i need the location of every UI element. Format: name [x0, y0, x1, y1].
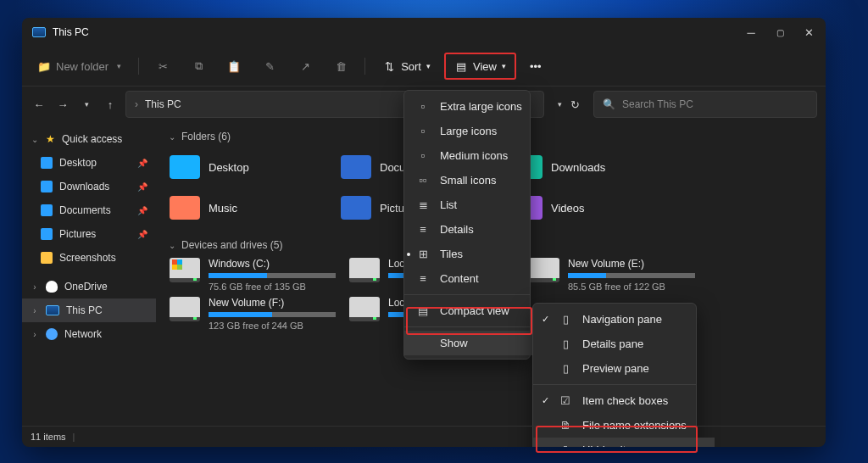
chevron-down-icon: ⌄: [168, 132, 176, 142]
menu-item-label: Tiles: [440, 248, 463, 260]
view-mode-icon: ▫▫: [416, 174, 430, 187]
rename-icon[interactable]: ✎: [254, 54, 285, 78]
menu-item[interactable]: ✓☑Item check boxes: [533, 388, 715, 413]
folder-label: Desktop: [209, 161, 249, 174]
more-button[interactable]: •••: [521, 55, 550, 78]
menu-item[interactable]: ▫Large icons: [404, 119, 547, 143]
drive-free-text: 123 GB free of 244 GB: [209, 321, 336, 331]
menu-item-label: List: [440, 198, 457, 211]
drive-label: Windows (C:): [209, 258, 336, 270]
sidebar-item-label: Pictures: [59, 228, 96, 240]
chevron-down-icon: ▾: [117, 62, 121, 70]
section-label: Folders (6): [181, 131, 231, 142]
menu-item[interactable]: ▯Details pane: [533, 332, 715, 356]
menu-item[interactable]: ▫Medium icons: [404, 143, 547, 168]
submenu-icon: ▯: [559, 337, 572, 350]
forward-button[interactable]: →: [54, 98, 71, 111]
search-placeholder: Search This PC: [622, 98, 693, 110]
section-label: Devices and drives (5): [181, 239, 282, 251]
chevron-right-icon: ›: [31, 330, 39, 339]
drive-icon: [349, 258, 380, 282]
titlebar: This PC ─ ▢ ✕: [22, 18, 826, 47]
divider: [364, 58, 365, 75]
view-icon: ▤: [454, 59, 468, 73]
sidebar-item-desktop[interactable]: Desktop📌: [22, 151, 156, 175]
divider: [138, 58, 139, 75]
search-box[interactable]: 🔍 Search This PC: [593, 91, 817, 118]
view-mode-icon: ≣: [416, 198, 430, 211]
sidebar-item-documents[interactable]: Documents📌: [22, 198, 156, 222]
address-text: This PC: [145, 98, 181, 110]
view-mode-icon: ▫: [416, 100, 430, 113]
view-mode-icon: ▫: [416, 125, 430, 137]
pin-icon: 📌: [137, 206, 147, 215]
folder-icon: [170, 196, 200, 220]
up-button[interactable]: ↑: [102, 98, 119, 111]
sidebar-item-pictures[interactable]: Pictures📌: [22, 222, 156, 246]
star-icon: ★: [46, 133, 55, 145]
view-mode-icon: ▫: [416, 149, 430, 162]
minimize-button[interactable]: ─: [744, 25, 758, 39]
menu-item-label: Compact view: [440, 304, 509, 317]
sidebar-item-onedrive[interactable]: › OneDrive: [22, 275, 156, 298]
share-icon[interactable]: ↗: [290, 54, 320, 78]
drive-free-text: 85.5 GB free of 122 GB: [568, 282, 695, 292]
sidebar-item-this-pc[interactable]: › This PC: [22, 298, 156, 322]
navigation-pane: ⌄ ★ Quick access Desktop📌 Downloads📌 Doc…: [22, 122, 156, 427]
maximize-button[interactable]: ▢: [773, 25, 787, 39]
divider: |: [73, 432, 75, 442]
view-button[interactable]: ▤ View ▾: [444, 53, 516, 80]
recent-locations-button[interactable]: ▾: [78, 100, 95, 109]
menu-item-label: Small icons: [440, 174, 496, 187]
menu-item[interactable]: ▫Extra large icons: [404, 94, 547, 119]
view-menu: ▫Extra large icons▫Large icons▫Medium ic…: [403, 90, 531, 360]
sort-icon: ⇅: [382, 59, 396, 73]
documents-icon: [41, 204, 53, 216]
menu-item[interactable]: ≡Details: [404, 217, 547, 242]
sidebar-item-downloads[interactable]: Downloads📌: [22, 175, 156, 198]
cut-icon[interactable]: ✂: [147, 54, 178, 78]
sidebar-item-quick-access[interactable]: ⌄ ★ Quick access: [22, 127, 156, 151]
drive-item[interactable]: Windows (C:) 75.6 GB free of 135 GB: [170, 258, 339, 292]
menu-item[interactable]: ≣List: [404, 192, 547, 217]
menu-item[interactable]: ≡Content: [404, 266, 547, 291]
refresh-button[interactable]: ↻: [570, 98, 580, 111]
folder-item[interactable]: Music: [170, 190, 331, 226]
sidebar-item-label: This PC: [66, 304, 103, 316]
close-button[interactable]: ✕: [802, 25, 815, 39]
drive-icon: [349, 297, 380, 321]
menu-item[interactable]: ▯Preview pane: [533, 356, 715, 381]
check-icon: ✓: [542, 314, 549, 325]
menu-item-show[interactable]: Show›: [404, 331, 547, 355]
menu-item[interactable]: ⊞Tiles: [404, 242, 547, 266]
view-mode-icon: ⊞: [416, 248, 430, 260]
paste-icon[interactable]: 📋: [219, 54, 249, 78]
menu-item[interactable]: ✓▯Navigation pane: [533, 307, 715, 332]
menu-item-label: Content: [440, 272, 479, 285]
copy-icon[interactable]: ⧉: [183, 54, 214, 78]
folder-item[interactable]: Desktop: [170, 149, 331, 185]
search-icon: 🔍: [603, 98, 615, 110]
new-folder-button[interactable]: 📁 New folder ▾: [29, 54, 130, 78]
status-text: 11 items: [31, 432, 66, 442]
usage-bar: [209, 273, 336, 278]
sort-label: Sort: [401, 60, 421, 73]
address-chevron-icon[interactable]: ▾: [558, 100, 562, 109]
pin-icon: 📌: [137, 159, 147, 168]
compact-view-icon: ▤: [416, 304, 430, 317]
back-button[interactable]: ←: [31, 98, 47, 111]
sidebar-item-network[interactable]: › Network: [22, 322, 156, 346]
file-explorer-window: This PC ─ ▢ ✕ 📁 New folder ▾ ✂ ⧉ 📋 ✎ ↗ 🗑…: [22, 18, 826, 447]
sidebar-item-screenshots[interactable]: Screenshots: [22, 246, 156, 270]
drive-item[interactable]: New Volume (E:) 85.5 GB free of 122 GB: [529, 258, 698, 292]
menu-item[interactable]: ▫▫Small icons: [404, 168, 547, 192]
sidebar-item-label: Network: [64, 328, 102, 340]
menu-item-compact-view[interactable]: ▤Compact view: [404, 298, 547, 323]
drive-item[interactable]: New Volume (F:) 123 GB free of 244 GB: [170, 297, 339, 331]
sidebar-item-label: OneDrive: [64, 281, 108, 293]
delete-icon[interactable]: 🗑: [326, 54, 356, 78]
menu-item-label: Medium icons: [440, 149, 508, 162]
sort-button[interactable]: ⇅ Sort ▾: [374, 54, 439, 78]
toolbar: 📁 New folder ▾ ✂ ⧉ 📋 ✎ ↗ 🗑 ⇅ Sort ▾ ▤ Vi…: [22, 47, 826, 86]
this-pc-icon: [32, 27, 46, 37]
